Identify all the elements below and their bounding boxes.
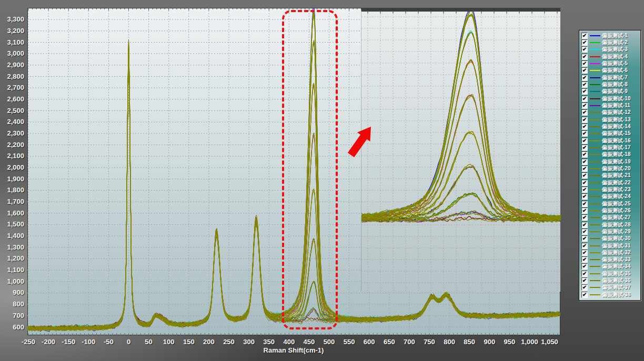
y-tick-label: 1,300 [0,243,24,251]
legend-checkbox-27[interactable]: ✔ [581,214,588,221]
legend-checkbox-24[interactable]: ✔ [581,193,588,200]
legend-checkbox-30[interactable]: ✔ [581,235,588,242]
legend-checkbox-34[interactable]: ✔ [581,263,588,270]
legend-checkbox-35[interactable]: ✔ [581,271,588,277]
legend-color-swatch [590,245,600,246]
legend-item-13[interactable]: ✔偏振测试-13 [581,117,640,123]
legend-item-27[interactable]: ✔偏振测试-27 [581,214,640,221]
legend-item-5[interactable]: ✔偏振测试-5 [581,60,640,67]
legend-label: 偏振测试-7 [602,74,628,81]
legend-item-15[interactable]: ✔偏振测试-15 [581,130,640,137]
legend-item-11[interactable]: ✔偏振测试-11 [581,102,640,109]
legend-checkbox-38[interactable]: ✔ [581,292,588,298]
legend-item-12[interactable]: ✔偏振测试-12 [581,109,640,116]
legend-color-swatch [590,140,600,141]
legend-color-swatch [590,224,600,225]
legend-checkbox-12[interactable]: ✔ [581,109,588,116]
legend-label: 偏振测试-10 [602,95,630,102]
legend-checkbox-10[interactable]: ✔ [581,96,588,102]
legend-item-10[interactable]: ✔偏振测试-10 [581,96,640,102]
legend-checkbox-8[interactable]: ✔ [581,81,588,88]
legend-item-2[interactable]: ✔偏振测试-2 [581,39,640,46]
legend-item-36[interactable]: ✔偏振测试-36 [581,277,640,284]
legend-item-21[interactable]: ✔偏振测试-21 [581,172,640,179]
legend-checkbox-21[interactable]: ✔ [581,172,588,179]
legend-checkbox-2[interactable]: ✔ [581,39,588,46]
legend-item-28[interactable]: ✔偏振测试-28 [581,222,640,228]
legend-item-4[interactable]: ✔偏振测试-4 [581,54,640,60]
legend-item-16[interactable]: ✔偏振测试-16 [581,138,640,144]
legend-checkbox-5[interactable]: ✔ [581,60,588,67]
legend-item-34[interactable]: ✔偏振测试-34 [581,263,640,270]
y-tick-label: 2,500 [0,107,24,115]
legend-item-33[interactable]: ✔偏振测试-33 [581,256,640,263]
legend-checkbox-19[interactable]: ✔ [581,159,588,165]
legend-label: 偏振测试-1 [602,32,628,39]
legend-checkbox-36[interactable]: ✔ [581,277,588,284]
x-tick-label: 1,050 [534,338,566,346]
legend-checkbox-7[interactable]: ✔ [581,75,588,81]
legend-item-3[interactable]: ✔偏振测试-3 [581,46,640,53]
legend-item-1[interactable]: ✔偏振测试-1 [581,33,640,39]
legend-checkbox-20[interactable]: ✔ [581,166,588,172]
legend-item-25[interactable]: ✔偏振测试-25 [581,201,640,207]
spectrum-series-38 [361,14,561,219]
legend-item-6[interactable]: ✔偏振测试-6 [581,67,640,74]
legend-label: 偏振测试-14 [602,123,630,130]
legend-item-8[interactable]: ✔偏振测试-8 [581,81,640,88]
legend-checkbox-16[interactable]: ✔ [581,138,588,144]
legend-checkbox-31[interactable]: ✔ [581,243,588,249]
legend-checkbox-3[interactable]: ✔ [581,46,588,53]
legend-item-7[interactable]: ✔偏振测试-7 [581,75,640,81]
legend-color-swatch [590,182,600,183]
legend-item-14[interactable]: ✔偏振测试-14 [581,123,640,130]
legend-checkbox-26[interactable]: ✔ [581,208,588,214]
legend-color-swatch [590,238,600,239]
legend-checkbox-33[interactable]: ✔ [581,256,588,263]
legend-item-37[interactable]: ✔偏振测试-37 [581,284,640,291]
legend-item-18[interactable]: ✔偏振测试-18 [581,151,640,158]
legend-checkbox-9[interactable]: ✔ [581,88,588,95]
inset-zoom-chart[interactable] [361,8,560,292]
legend-item-23[interactable]: ✔偏振测试-23 [581,187,640,193]
legend-label: 偏振测试-24 [602,193,630,200]
legend-checkbox-37[interactable]: ✔ [581,284,588,291]
legend-checkbox-18[interactable]: ✔ [581,151,588,158]
legend-item-24[interactable]: ✔偏振测试-24 [581,193,640,200]
legend-item-38[interactable]: ✔偏振测试-38 [581,292,640,298]
legend-checkbox-14[interactable]: ✔ [581,123,588,130]
legend-item-26[interactable]: ✔偏振测试-26 [581,208,640,214]
legend-checkbox-1[interactable]: ✔ [581,33,588,39]
legend-item-19[interactable]: ✔偏振测试-19 [581,159,640,165]
legend-item-20[interactable]: ✔偏振测试-20 [581,166,640,172]
legend-label: 偏振测试-9 [602,88,628,95]
legend-checkbox-29[interactable]: ✔ [581,229,588,235]
legend-item-30[interactable]: ✔偏振测试-30 [581,235,640,242]
legend-item-17[interactable]: ✔偏振测试-17 [581,145,640,151]
legend-checkbox-13[interactable]: ✔ [581,117,588,123]
y-tick-label: 900 [0,288,24,296]
legend-item-35[interactable]: ✔偏振测试-35 [581,271,640,277]
y-tick-label: 1,600 [0,209,24,217]
legend-label: 偏振测试-37 [602,284,630,291]
inset-chart-svg [361,12,561,292]
legend-item-31[interactable]: ✔偏振测试-31 [581,243,640,249]
legend-checkbox-25[interactable]: ✔ [581,201,588,207]
legend-checkbox-22[interactable]: ✔ [581,180,588,186]
legend-checkbox-23[interactable]: ✔ [581,187,588,193]
y-tick-label: 2,300 [0,129,24,137]
legend-item-9[interactable]: ✔偏振测试-9 [581,88,640,95]
legend-item-32[interactable]: ✔偏振测试-32 [581,250,640,256]
legend-checkbox-6[interactable]: ✔ [581,67,588,74]
legend-label: 偏振测试-30 [602,235,630,242]
legend-checkbox-32[interactable]: ✔ [581,250,588,256]
legend-item-22[interactable]: ✔偏振测试-22 [581,180,640,186]
legend-item-29[interactable]: ✔偏振测试-29 [581,229,640,235]
legend-checkbox-28[interactable]: ✔ [581,222,588,228]
legend-checkbox-4[interactable]: ✔ [581,54,588,60]
legend-color-swatch [590,217,600,218]
legend-label: 偏振测试-20 [602,165,630,172]
legend-checkbox-15[interactable]: ✔ [581,130,588,137]
legend-checkbox-17[interactable]: ✔ [581,145,588,151]
legend-checkbox-11[interactable]: ✔ [581,102,588,109]
